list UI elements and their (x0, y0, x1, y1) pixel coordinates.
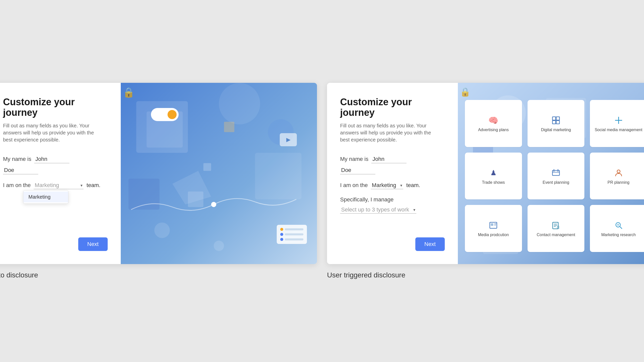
manage-label: Specifically, I manage (340, 196, 393, 203)
svg-rect-23 (556, 117, 559, 120)
auto-disclosure-label: Auto disclosure (0, 271, 317, 279)
user-team-select-wrapper: Marketing Sales ▾ (371, 182, 403, 189)
auto-disclosure-illustration: ▶ 🔒 (121, 83, 317, 264)
team-dropdown-menu: Marketing (23, 190, 68, 204)
list-row-1 (280, 228, 303, 231)
digital-icon (552, 115, 560, 125)
auto-disclosure-card: Customize your journey Fill out as many … (0, 83, 317, 264)
team-row: I am on the Select your team Marketing S… (3, 182, 108, 189)
auto-disclosure-subtitle: Fill out as many fields as you like. You… (3, 122, 99, 143)
svg-point-9 (154, 223, 170, 238)
social-icon (615, 115, 623, 125)
svg-point-3 (219, 83, 260, 124)
lock-icon-decor: 🔒 (123, 87, 135, 98)
research-icon (615, 220, 623, 230)
user-name-label: My name is (340, 156, 368, 162)
event-icon (552, 168, 560, 178)
advertising-icon: 🧠 (488, 115, 498, 125)
svg-rect-41 (557, 226, 559, 229)
list-row-2 (280, 233, 303, 236)
team-select-wrapper: Select your team Marketing Sales Enginee… (34, 182, 84, 189)
work-card-digital[interactable]: Digital marketing (528, 100, 585, 147)
toggle-pill (151, 108, 179, 121)
user-first-name-input[interactable] (371, 155, 407, 163)
team-select[interactable]: Select your team Marketing Sales Enginee… (34, 182, 84, 189)
list-line-3 (285, 238, 303, 240)
list-widget-decor (277, 225, 307, 244)
first-name-input[interactable] (34, 155, 69, 163)
work-card-pr[interactable]: PR planning (590, 153, 644, 200)
trade-label: Trade shows (482, 180, 505, 185)
svg-rect-34 (491, 223, 493, 226)
auto-disclosure-form-panel: Customize your journey Fill out as many … (0, 83, 121, 264)
user-last-name-input[interactable] (340, 166, 375, 174)
user-triggered-section: Customize your journey Fill out as many … (327, 83, 644, 279)
pr-label: PR planning (608, 180, 629, 185)
svg-rect-25 (556, 121, 559, 124)
last-name-input[interactable] (3, 166, 38, 174)
manage-row: Specifically, I manage Select up to 3 ty… (340, 196, 445, 214)
trade-icon: ♟ (490, 168, 497, 178)
work-card-media[interactable]: Media prodcution (465, 205, 522, 252)
contact-label: Contact management (537, 232, 575, 238)
team-word: team. (87, 182, 100, 189)
user-triggered-next-button[interactable]: Next (415, 237, 445, 251)
list-row-3 (280, 238, 303, 241)
user-team-row: I am on the Marketing Sales ▾ team. (340, 182, 445, 189)
dropdown-item-marketing[interactable]: Marketing (23, 192, 68, 202)
advertising-label: Advertising plans (478, 127, 509, 133)
svg-rect-11 (224, 122, 234, 132)
work-card-contact[interactable]: Contact management (528, 205, 585, 252)
media-label: Media prodcution (478, 232, 509, 238)
svg-rect-28 (552, 170, 559, 175)
pr-icon (615, 168, 623, 178)
work-card-research[interactable]: Marketing research (590, 205, 644, 252)
manage-select[interactable]: Select up to 3 types of work (340, 206, 416, 214)
toggle-ball (168, 110, 177, 119)
play-button-decor: ▶ (280, 133, 297, 146)
name-row: My name is (3, 155, 108, 174)
user-triggered-subtitle: Fill out as many fields as you like. You… (340, 122, 436, 143)
work-card-advertising[interactable]: 🧠 Advertising plans (465, 100, 522, 147)
svg-point-32 (617, 170, 620, 173)
digital-label: Digital marketing (541, 127, 571, 133)
svg-rect-8 (188, 192, 204, 207)
list-line-1 (285, 228, 303, 230)
contact-icon (552, 220, 560, 230)
media-icon (489, 220, 497, 230)
user-triggered-label: User triggered disclosure (327, 271, 644, 279)
user-team-select[interactable]: Marketing Sales (371, 182, 403, 189)
work-card-social[interactable]: Social media management (590, 100, 644, 147)
list-dot-3 (280, 238, 283, 241)
team-label: I am on the (3, 182, 31, 189)
user-triggered-card: Customize your journey Fill out as many … (327, 83, 644, 264)
svg-point-10 (214, 241, 224, 251)
manage-select-wrapper: Select up to 3 types of work ▾ (340, 206, 416, 214)
auto-disclosure-section: Customize your journey Fill out as many … (0, 83, 317, 279)
event-label: Event planning (543, 180, 569, 185)
user-triggered-title: Customize your journey (340, 97, 445, 118)
user-team-word: team. (406, 182, 420, 189)
svg-line-43 (620, 227, 622, 229)
list-line-2 (285, 233, 303, 235)
svg-point-13 (211, 202, 216, 207)
user-team-label: I am on the (340, 182, 368, 189)
list-dot-2 (280, 233, 283, 236)
svg-rect-22 (552, 117, 556, 120)
svg-rect-24 (552, 121, 556, 124)
user-name-row: My name is (340, 155, 445, 174)
user-triggered-form-panel: Customize your journey Fill out as many … (327, 83, 458, 264)
svg-point-44 (617, 224, 619, 226)
name-label: My name is (3, 156, 31, 162)
work-cards-grid: 🧠 Advertising plans Digital marketing (460, 95, 644, 257)
auto-disclosure-title: Customize your journey (3, 97, 108, 118)
social-label: Social media management (595, 127, 642, 133)
work-card-event[interactable]: Event planning (528, 153, 585, 200)
work-card-trade[interactable]: ♟ Trade shows (465, 153, 522, 200)
list-dot-1 (280, 228, 283, 231)
svg-rect-5 (255, 153, 302, 199)
auto-disclosure-next-button[interactable]: Next (78, 237, 108, 251)
research-label: Marketing research (601, 232, 636, 238)
user-triggered-illustration: 🔒 🧠 Advertising plans Digital marketing (458, 83, 644, 264)
svg-rect-12 (203, 163, 211, 171)
